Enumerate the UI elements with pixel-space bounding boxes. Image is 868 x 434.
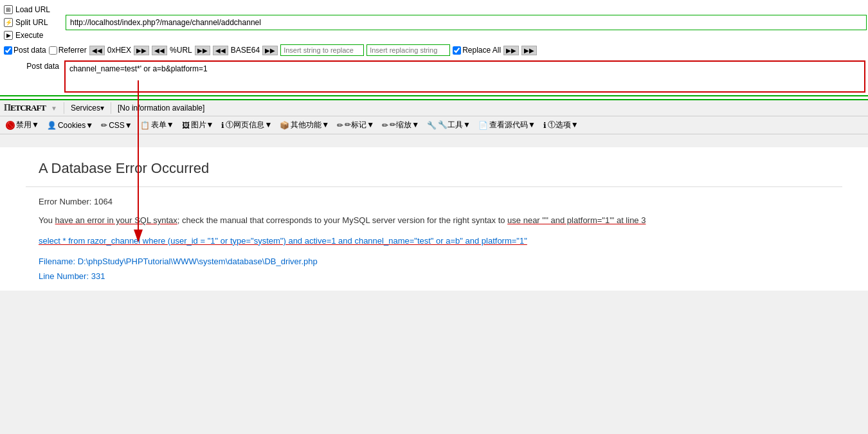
error-number-label: Error Number:	[39, 197, 91, 206]
webdev-forms[interactable]: 📋 表单▼	[137, 118, 177, 132]
error-filename: Filename: D:\phpStudy\PHPTutorial\WWW\sy…	[39, 257, 829, 266]
referrer-checkbox-label[interactable]: Referrer	[49, 46, 87, 55]
webdev-view-source[interactable]: 📄 查看源代码▼	[475, 118, 539, 132]
error-line-value: 331	[91, 271, 105, 281]
base64-label: BASE64	[231, 46, 260, 55]
webdev-outline[interactable]: ✏ ✏标记▼	[334, 118, 377, 132]
post-data-text: Post data	[14, 46, 46, 55]
split-url-link[interactable]: ⚡ Split URL	[4, 18, 60, 27]
hex-left-arrow[interactable]: ◀◀	[89, 46, 105, 55]
error-body: Error Number: 1064 You have an error in …	[26, 187, 842, 291]
netcraft-separator	[64, 102, 64, 114]
url-label: %URL	[170, 46, 192, 55]
webdev-info[interactable]: ℹ ①网页信息▼	[218, 118, 275, 132]
outline-icon: ✏	[337, 121, 343, 130]
main-content: A Database Error Occurred Error Number: …	[0, 147, 868, 291]
netcraft-services[interactable]: Services▾	[71, 104, 104, 113]
webdev-css[interactable]: ✏ CSS▼	[98, 119, 136, 132]
error-underline-1: have an error in your SQL syntax	[55, 215, 177, 225]
left-panel: ⊞ Load URL ⚡ Split URL ▶ Execute	[0, 3, 64, 42]
load-url-link[interactable]: ⊞ Load URL	[4, 5, 60, 14]
post-data-checkbox[interactable]	[4, 46, 12, 55]
base64-right-arrow[interactable]: ▶▶	[262, 46, 278, 55]
webdev-bar: 🚫 禁用▼ 👤 Cookies▼ ✏ CSS▼ 📋 表单▼ 🖼 图片▼ ℹ ①网…	[0, 116, 868, 134]
error-number: Error Number: 1064	[39, 197, 829, 206]
url-bar-row: ⊞ Load URL ⚡ Split URL ▶ Execute	[0, 3, 868, 42]
toolbar-row: Post data Referrer ◀◀ 0xHEX ▶▶ ◀◀ %URL ▶…	[0, 42, 868, 58]
postdata-label-text: Post data	[0, 58, 64, 75]
referrer-checkbox[interactable]	[49, 46, 57, 55]
error-line-label: Line Number:	[39, 271, 89, 281]
insert-string-field[interactable]	[280, 44, 364, 56]
webdev-disable[interactable]: 🚫 禁用▼	[3, 118, 42, 132]
replace-all-checkbox-label[interactable]: Replace All	[453, 46, 501, 55]
postdata-input[interactable]: channel_name=test*' or a=b&platform=1	[64, 60, 865, 93]
split-url-label: Split URL	[15, 18, 48, 27]
image-icon: 🖼	[182, 121, 190, 130]
load-url-label: Load URL	[15, 5, 50, 14]
misc-icon: 📦	[280, 121, 289, 130]
execute-icon: ▶	[4, 31, 13, 40]
resize-icon: ✏	[382, 121, 388, 130]
error-underline-2: use near '"' and platform="1"' at line 3	[507, 215, 646, 225]
url-input[interactable]	[66, 15, 867, 30]
netcraft-no-info: [No information available]	[118, 104, 204, 113]
execute-label: Execute	[15, 31, 43, 40]
error-query-text: select * from razor_channel where (user_…	[39, 236, 527, 246]
css-icon: ✏	[101, 121, 107, 130]
cookie-icon: 👤	[47, 121, 57, 130]
netcraft-bar: ПETCRAFT ▼ Services▾ [No information ava…	[0, 100, 868, 116]
info-icon: ℹ	[221, 121, 224, 130]
webdev-options[interactable]: ℹ ①选项▼	[540, 118, 582, 132]
postdata-row: Post data channel_name=test*' or a=b&pla…	[0, 58, 868, 96]
page-wrapper: ⊞ Load URL ⚡ Split URL ▶ Execute Post da…	[0, 0, 868, 291]
error-line: Line Number: 331	[39, 271, 829, 281]
replace-double-right-arrow[interactable]: ▶▶	[521, 46, 537, 55]
source-icon: 📄	[478, 121, 488, 130]
post-data-checkbox-label[interactable]: Post data	[4, 46, 46, 55]
insert-replacing-field[interactable]	[366, 44, 450, 56]
error-container: A Database Error Occurred Error Number: …	[26, 147, 842, 291]
options-icon: ℹ	[543, 121, 547, 130]
error-query: select * from razor_channel where (user_…	[39, 235, 829, 248]
hex-right-arrow[interactable]: ▶▶	[134, 46, 149, 55]
url-section: ⊞ Load URL ⚡ Split URL ▶ Execute Post da…	[0, 0, 868, 100]
replace-right-arrow[interactable]: ▶▶	[503, 46, 519, 55]
webdev-cookies[interactable]: 👤 Cookies▼	[44, 119, 96, 132]
tools-icon: 🔧	[427, 121, 437, 130]
webdev-misc[interactable]: 📦 其他功能▼	[276, 118, 332, 132]
error-title: A Database Error Occurred	[26, 147, 842, 187]
split-url-icon: ⚡	[4, 18, 13, 27]
webdev-images[interactable]: 🖼 图片▼	[179, 118, 217, 132]
error-filename-label: Filename:	[39, 257, 75, 266]
services-separator	[111, 102, 111, 114]
webdev-resize[interactable]: ✏ ✏缩放▼	[379, 118, 422, 132]
form-icon: 📋	[140, 121, 150, 130]
base64-left-arrow[interactable]: ◀◀	[213, 46, 228, 55]
webdev-tools[interactable]: 🔧 🔧工具▼	[424, 118, 474, 132]
replace-all-text: Replace All	[462, 46, 501, 55]
url-right-arrow[interactable]: ▶▶	[195, 46, 210, 55]
hex-label: 0xHEX	[107, 46, 131, 55]
block-icon: 🚫	[6, 121, 15, 130]
error-number-value: 1064	[94, 197, 113, 206]
error-filename-value: D:\phpStudy\PHPTutorial\WWW\system\datab…	[78, 257, 318, 266]
replace-all-checkbox[interactable]	[453, 46, 461, 55]
referrer-text: Referrer	[59, 46, 87, 55]
load-url-icon: ⊞	[4, 5, 13, 14]
url-left-arrow[interactable]: ◀◀	[152, 46, 167, 55]
execute-link[interactable]: ▶ Execute	[4, 31, 60, 40]
error-message: You have an error in your SQL syntax; ch…	[39, 214, 829, 227]
netcraft-logo: ПETCRAFT	[4, 103, 46, 113]
